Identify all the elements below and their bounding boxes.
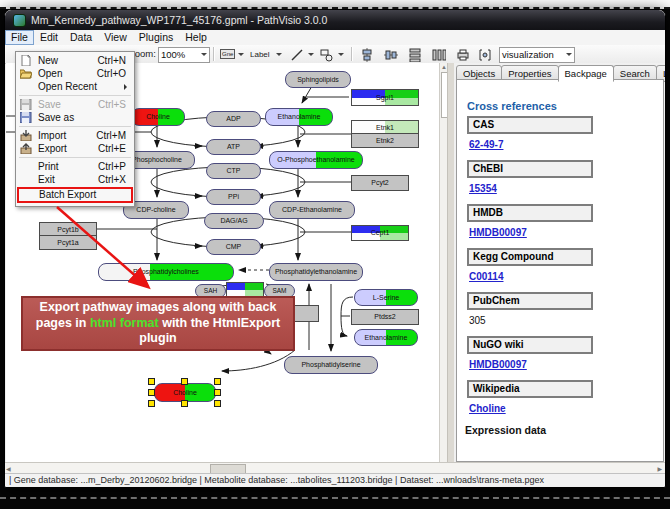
new-file-icon (20, 55, 32, 66)
selection-handle[interactable] (181, 378, 188, 385)
selection-handle[interactable] (214, 400, 221, 407)
node-phosphatidylcholines[interactable]: Phosphatidylcholines (98, 263, 234, 281)
bottom-dashed-line (0, 497, 670, 499)
distribute-vertical-button[interactable] (407, 47, 423, 63)
selection-handle[interactable] (214, 389, 221, 396)
menu-item-open[interactable]: OpenCtrl+O (16, 67, 134, 80)
side-panel: ObjectsPropertiesBackpageSearchLegend Cr… (454, 63, 665, 462)
selection-handle[interactable] (148, 400, 155, 407)
node-cept1[interactable]: Cept1 (351, 225, 409, 241)
tab-backpage[interactable]: Backpage (558, 65, 614, 82)
xref-section-chebi: ChEBI 15354 (467, 160, 663, 194)
window-title: Mm_Kennedy_pathway_WP1771_45176.gpml - P… (31, 10, 327, 30)
selection-handle[interactable] (181, 400, 188, 407)
xref-link[interactable]: 62-49-7 (469, 139, 663, 150)
node-sgpl1[interactable]: Sgpl1 (351, 89, 419, 106)
menu-data[interactable]: Data (64, 30, 98, 45)
selection-handle[interactable] (214, 378, 221, 385)
menu-edit[interactable]: Edit (34, 30, 64, 45)
node-ppi[interactable]: PPi (206, 189, 261, 205)
node-cmp[interactable]: CMP (206, 239, 261, 255)
node-ethanolamine-top[interactable]: Ethanolamine (265, 108, 333, 126)
expression-data-heading: Expression data (465, 424, 663, 436)
gene-node-icon: Gne (220, 49, 235, 59)
menu-item-save[interactable]: SaveCtrl+S (16, 98, 134, 111)
align-center-button[interactable] (359, 47, 375, 63)
xref-section-cas: CAS 62-49-7 (467, 116, 663, 150)
xref-link[interactable]: Choline (469, 403, 663, 414)
node-ctp[interactable]: CTP (206, 163, 261, 179)
chevron-down-icon (201, 53, 207, 59)
menu-item-print[interactable]: PrintCtrl+P (16, 160, 134, 173)
node-ptdss2[interactable]: Ptdss2 (351, 309, 419, 325)
node-pcyt1a[interactable]: Pcyt1a (39, 235, 97, 250)
menu-plugins[interactable]: Plugins (133, 30, 179, 45)
print-toolbar-button[interactable] (455, 47, 471, 63)
xref-link[interactable]: HMDB00097 (469, 359, 663, 370)
menu-item-exit[interactable]: ExitCtrl+X (16, 173, 134, 186)
align-middle-icon (384, 48, 398, 62)
node-sphingolipids[interactable]: Sphingolipids (285, 71, 351, 88)
distribute-horizontal-button[interactable] (431, 47, 447, 63)
add-shape-button[interactable] (319, 47, 347, 63)
chevron-down-icon (338, 53, 344, 59)
menu-item-batch-export[interactable]: Batch Export (17, 187, 133, 203)
node-dag[interactable]: DAG/AG (204, 213, 264, 229)
line-tool-icon (290, 48, 304, 62)
menu-item-export[interactable]: ExportCtrl+E (16, 142, 134, 155)
menu-item-open-recent[interactable]: Open Recent (16, 80, 134, 93)
menu-item-save-as[interactable]: Save as (16, 111, 134, 124)
xref-link[interactable]: 15354 (469, 183, 663, 194)
scroll-left-icon[interactable]: ◀ (6, 465, 11, 472)
node-adp[interactable]: ADP (206, 111, 261, 127)
menu-item-new[interactable]: NewCtrl+N (16, 54, 134, 67)
node-pcyt2[interactable]: Pcyt2 (351, 175, 409, 191)
menu-separator (19, 95, 131, 96)
node-phosphatidylserine[interactable]: Phosphatidylserine (284, 356, 378, 374)
xref-title: ChEBI (467, 160, 593, 178)
node-phosphatidylethanolamine[interactable]: Phosphatidylethanolamine (269, 263, 363, 281)
chevron-down-icon (238, 53, 244, 59)
node-o-phosphoethanolamine[interactable]: O-Phosphoethanolamine (269, 151, 363, 169)
xref-section-kegg: Kegg Compound C00114 (467, 248, 663, 282)
visualization-combobox[interactable]: visualization (499, 47, 575, 63)
xref-link[interactable]: C00114 (469, 271, 663, 282)
xref-title: Kegg Compound (467, 248, 593, 266)
backpage-panel: Cross references CAS 62-49-7 ChEBI 15354… (456, 79, 664, 462)
selection-handle[interactable] (148, 378, 155, 385)
node-l-serine[interactable]: L-Serine (354, 289, 418, 306)
node-ethanolamine-bottom[interactable]: Ethanolamine (354, 329, 418, 346)
add-line-button[interactable] (289, 47, 317, 63)
menu-view[interactable]: View (98, 30, 133, 45)
status-bar: | Gene database: ...m_Derby_20120602.bri… (5, 473, 665, 486)
align-middle-button[interactable] (383, 47, 399, 63)
node-etnk2[interactable]: Etnk2 (351, 133, 419, 148)
group-button[interactable] (477, 47, 493, 63)
menu-file[interactable]: File (5, 30, 34, 45)
toolbar-separator (213, 47, 215, 61)
xref-section-nugo: NuGO wiki HMDB00097 (467, 336, 663, 370)
printer-icon (456, 48, 470, 62)
submenu-arrow-icon (124, 84, 130, 90)
node-cdp-ethanolamine[interactable]: CDP-Ethanolamine (269, 201, 355, 219)
xref-link[interactable]: HMDB00097 (469, 227, 663, 238)
node-atp[interactable]: ATP (206, 139, 261, 155)
distribute-horizontal-icon (432, 48, 446, 62)
chevron-down-icon (276, 53, 282, 59)
menu-help[interactable]: Help (179, 30, 213, 45)
menu-bar: FileEditDataViewPluginsHelp (5, 30, 665, 46)
add-gene-button[interactable]: Gne (219, 47, 247, 63)
add-label-button[interactable]: Label (249, 47, 285, 63)
scroll-right-icon[interactable]: ▶ (657, 465, 662, 472)
xref-title: HMDB (467, 204, 593, 222)
top-dashed-strip (0, 0, 670, 9)
xref-title: PubChem (467, 292, 593, 310)
align-center-icon (360, 48, 374, 62)
menu-item-import[interactable]: ImportCtrl+M (16, 129, 134, 142)
selection-handle[interactable] (148, 389, 155, 396)
chevron-down-icon (566, 53, 572, 59)
xref-section-hmdb: HMDB HMDB00097 (467, 204, 663, 238)
title-bar: Mm_Kennedy_pathway_WP1771_45176.gpml - P… (5, 10, 665, 30)
zoom-combobox[interactable]: 100% (158, 47, 210, 63)
node-choline-top[interactable]: Choline (131, 108, 185, 126)
